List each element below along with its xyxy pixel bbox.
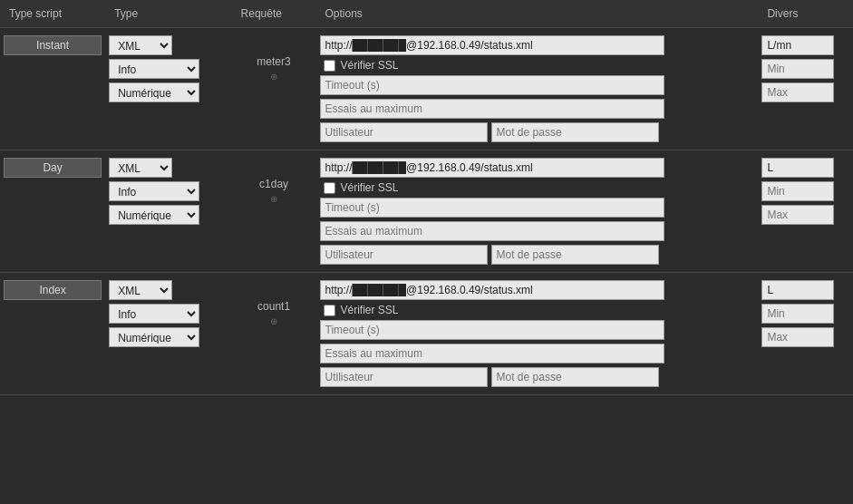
user-input[interactable]: [320, 245, 488, 265]
divers-min-input[interactable]: [761, 181, 834, 201]
type-script-button[interactable]: Day: [4, 158, 102, 178]
essais-row: [320, 99, 755, 119]
url-input[interactable]: [320, 35, 664, 55]
url-input[interactable]: [320, 158, 664, 178]
user-input[interactable]: [320, 367, 488, 387]
options-cell: Vérifier SSL: [316, 150, 759, 273]
password-input[interactable]: [491, 122, 659, 142]
requete-cell: c1day ⊕: [232, 150, 316, 273]
essais-input[interactable]: [320, 344, 664, 363]
type-cell: XML Info Numérique: [105, 28, 231, 150]
timeout-input[interactable]: [320, 75, 664, 95]
info-select[interactable]: Info: [109, 181, 199, 201]
divers-lmn-input[interactable]: [761, 158, 834, 178]
user-input[interactable]: [320, 122, 488, 142]
numerique-select[interactable]: Numérique: [109, 205, 199, 225]
user-row: [320, 245, 755, 265]
type-script-button[interactable]: Index: [4, 280, 102, 300]
options-cell: Vérifier SSL: [316, 273, 759, 395]
timeout-input[interactable]: [320, 198, 664, 218]
header-requete: Requête: [232, 0, 316, 28]
user-row: [320, 367, 755, 387]
header-type-script: Type script: [0, 0, 105, 28]
resize-handle[interactable]: ⊕: [270, 316, 277, 326]
divers-lmn-input[interactable]: [761, 35, 834, 55]
xml-select[interactable]: XML: [109, 158, 172, 178]
table-row: Instant XML Info Numérique: [0, 28, 853, 150]
password-input[interactable]: [491, 245, 659, 265]
ssl-label: Vérifier SSL: [341, 304, 399, 316]
divers-min-input[interactable]: [761, 59, 834, 79]
type-script-cell: Instant: [0, 28, 105, 150]
header-type: Type: [105, 0, 231, 28]
divers-cell: [758, 28, 853, 150]
url-row: [320, 280, 755, 300]
essais-row: [320, 344, 755, 363]
numerique-select[interactable]: Numérique: [109, 327, 199, 347]
requete-name-label: c1day: [259, 178, 288, 190]
table-row: Day XML Info Numérique: [0, 150, 853, 273]
resize-handle[interactable]: ⊕: [270, 72, 277, 82]
ssl-row: Vérifier SSL: [320, 59, 755, 72]
timeout-input[interactable]: [320, 320, 664, 340]
essais-row: [320, 221, 755, 241]
requete-name-label: count1: [257, 300, 290, 313]
header-divers: Divers: [758, 0, 853, 28]
divers-lmn-input[interactable]: [761, 280, 834, 300]
password-input[interactable]: [491, 367, 659, 387]
ssl-label: Vérifier SSL: [341, 181, 399, 194]
divers-cell: [758, 273, 853, 395]
xml-select[interactable]: XML: [109, 35, 172, 55]
numerique-select[interactable]: Numérique: [109, 82, 199, 102]
divers-max-input[interactable]: [761, 82, 834, 102]
resize-handle[interactable]: ⊕: [270, 194, 277, 204]
options-cell: Vérifier SSL: [316, 28, 759, 150]
divers-max-input[interactable]: [761, 327, 834, 347]
type-script-cell: Index: [0, 273, 105, 395]
ssl-checkbox[interactable]: [324, 305, 335, 316]
requete-name-label: meter3: [257, 55, 290, 68]
info-select[interactable]: Info: [109, 304, 199, 324]
ssl-checkbox[interactable]: [324, 182, 335, 194]
timeout-row: [320, 198, 755, 218]
ssl-label: Vérifier SSL: [341, 59, 399, 72]
type-script-button[interactable]: Instant: [4, 35, 102, 55]
timeout-row: [320, 320, 755, 340]
requete-cell: meter3 ⊕: [232, 28, 316, 150]
header-options: Options: [316, 0, 759, 28]
table-row: Index XML Info Numérique: [0, 273, 853, 395]
divers-max-input[interactable]: [761, 205, 834, 225]
timeout-row: [320, 75, 755, 95]
type-cell: XML Info Numérique: [105, 273, 231, 395]
url-row: [320, 158, 755, 178]
essais-input[interactable]: [320, 99, 664, 119]
info-select[interactable]: Info: [109, 59, 199, 79]
divers-min-input[interactable]: [761, 304, 834, 324]
type-script-cell: Day: [0, 150, 105, 273]
essais-input[interactable]: [320, 221, 664, 241]
divers-cell: [758, 150, 853, 273]
user-row: [320, 122, 755, 142]
requete-cell: count1 ⊕: [232, 273, 316, 395]
ssl-row: Vérifier SSL: [320, 304, 755, 316]
ssl-checkbox[interactable]: [324, 60, 335, 72]
type-cell: XML Info Numérique: [105, 150, 231, 273]
ssl-row: Vérifier SSL: [320, 181, 755, 194]
url-input[interactable]: [320, 280, 664, 300]
xml-select[interactable]: XML: [109, 280, 172, 300]
url-row: [320, 35, 755, 55]
